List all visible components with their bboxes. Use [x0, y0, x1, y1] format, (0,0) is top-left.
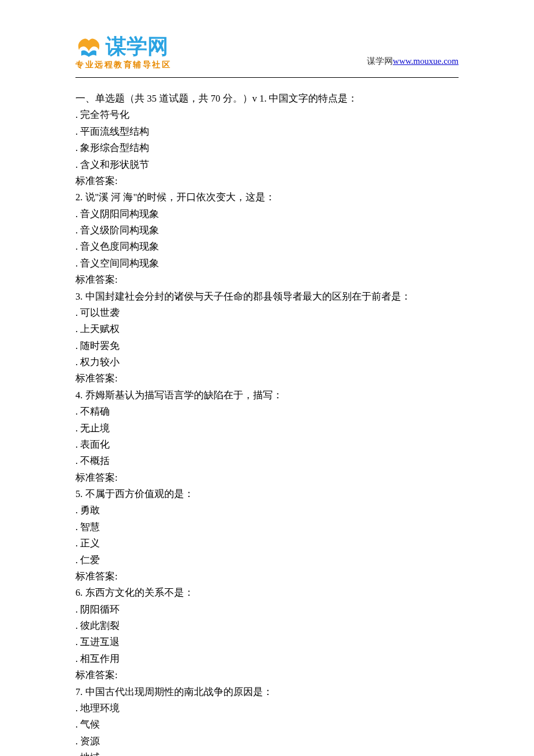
question-option: 智慧: [75, 519, 459, 535]
question-option: 仁爱: [75, 552, 459, 568]
document-body: 一、单选题（共 35 道试题，共 70 分。）v 1. 中国文字的特点是：完全符…: [75, 91, 459, 756]
question-option: 不概括: [75, 453, 459, 469]
question-option: 气候: [75, 717, 459, 733]
question-option: 勇敢: [75, 502, 459, 519]
question-option: 不精确: [75, 404, 459, 420]
question-option: 完全符号化: [75, 107, 459, 123]
question-stem: 5. 不属于西方价值观的是：: [75, 486, 459, 502]
question-option: 含义和形状脱节: [75, 157, 459, 173]
answer-label: 标准答案:: [75, 370, 459, 387]
question-option: 地域: [75, 750, 459, 756]
question-stem: 4. 乔姆斯基认为描写语言学的缺陷在于，描写：: [75, 387, 459, 404]
question-option: 可以世袭: [75, 305, 459, 321]
question-option: 音义级阶同构现象: [75, 222, 459, 239]
header-right-text: 谋学网: [367, 56, 393, 66]
answer-label: 标准答案:: [75, 272, 459, 288]
question-option: 表面化: [75, 437, 459, 453]
question-option: 互进互退: [75, 634, 459, 650]
question-stem: 7. 中国古代出现周期性的南北战争的原因是：: [75, 684, 459, 700]
logo-text: 谋学网: [106, 36, 168, 57]
question-option: 上天赋权: [75, 321, 459, 337]
logo-subtitle: 专业远程教育辅导社区: [75, 60, 171, 70]
question-option: 音义阴阳同构现象: [75, 206, 459, 222]
question-option: 资源: [75, 733, 459, 750]
question-option: 地理环境: [75, 700, 459, 717]
question-option: 权力较小: [75, 354, 459, 370]
question-option: 音义空间同构现象: [75, 255, 459, 272]
question-option: 正义: [75, 535, 459, 552]
question-option: 随时罢免: [75, 338, 459, 354]
page-header: 谋学网 专业远程教育辅导社区 谋学网www.mouxue.com: [75, 35, 459, 70]
question-stem: 6. 东西方文化的关系不是：: [75, 585, 459, 601]
question-option: 彼此割裂: [75, 618, 459, 634]
answer-label: 标准答案:: [75, 667, 459, 683]
logo: 谋学网 专业远程教育辅导社区: [75, 35, 171, 70]
answer-label: 标准答案:: [75, 173, 459, 189]
header-divider: [75, 77, 459, 78]
answer-label: 标准答案:: [75, 568, 459, 585]
answer-label: 标准答案:: [75, 470, 459, 486]
header-link[interactable]: www.mouxue.com: [393, 56, 459, 66]
header-link-block: 谋学网www.mouxue.com: [367, 56, 459, 70]
question-option: 平面流线型结构: [75, 124, 459, 140]
section-header: 一、单选题（共 35 道试题，共 70 分。）v 1. 中国文字的特点是：: [75, 91, 459, 107]
question-option: 无止境: [75, 420, 459, 437]
question-stem: 3. 中国封建社会分封的诸侯与天子任命的郡县领导者最大的区别在于前者是：: [75, 289, 459, 305]
question-option: 相互作用: [75, 651, 459, 667]
question-option: 象形综合型结构: [75, 140, 459, 156]
logo-icon: [75, 35, 102, 58]
question-option: 阴阳循环: [75, 602, 459, 618]
question-stem: 2. 说"溪 河 海"的时候，开口依次变大，这是：: [75, 189, 459, 206]
question-option: 音义色度同构现象: [75, 239, 459, 255]
